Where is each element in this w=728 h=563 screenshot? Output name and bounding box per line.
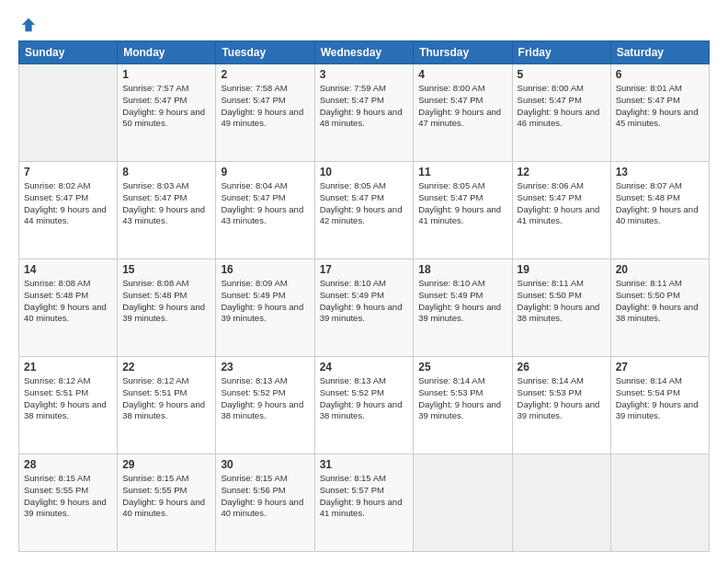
- day-info: Sunrise: 8:05 AMSunset: 5:47 PMDaylight:…: [418, 180, 506, 227]
- day-info: Sunrise: 8:02 AMSunset: 5:47 PMDaylight:…: [24, 180, 112, 227]
- day-number: 12: [518, 166, 606, 178]
- day-cell: [610, 454, 709, 552]
- day-info: Sunrise: 8:08 AMSunset: 5:48 PMDaylight:…: [24, 278, 112, 325]
- day-info: Sunrise: 8:04 AMSunset: 5:47 PMDaylight:…: [221, 180, 309, 227]
- day-info: Sunrise: 7:58 AMSunset: 5:47 PMDaylight:…: [221, 83, 309, 130]
- day-info: Sunrise: 8:09 AMSunset: 5:49 PMDaylight:…: [221, 278, 309, 325]
- day-info: Sunrise: 8:13 AMSunset: 5:52 PMDaylight:…: [320, 375, 409, 422]
- day-cell: 18Sunrise: 8:10 AMSunset: 5:49 PMDayligh…: [414, 259, 512, 357]
- day-number: 31: [320, 458, 409, 471]
- weekday-sunday: Sunday: [19, 41, 118, 64]
- day-cell: 19Sunrise: 8:11 AMSunset: 5:50 PMDayligh…: [512, 259, 610, 357]
- day-number: 26: [518, 361, 606, 373]
- day-cell: 29Sunrise: 8:15 AMSunset: 5:55 PMDayligh…: [118, 454, 216, 552]
- day-number: 1: [122, 68, 210, 81]
- day-cell: 23Sunrise: 8:13 AMSunset: 5:52 PMDayligh…: [216, 357, 314, 454]
- day-cell: 24Sunrise: 8:13 AMSunset: 5:52 PMDayligh…: [314, 357, 414, 454]
- week-row-3: 14Sunrise: 8:08 AMSunset: 5:48 PMDayligh…: [19, 259, 710, 357]
- day-cell: 4Sunrise: 8:00 AMSunset: 5:47 PMDaylight…: [414, 64, 512, 162]
- weekday-thursday: Thursday: [414, 41, 512, 64]
- day-info: Sunrise: 8:10 AMSunset: 5:49 PMDaylight:…: [418, 278, 506, 325]
- day-info: Sunrise: 7:59 AMSunset: 5:47 PMDaylight:…: [320, 83, 409, 130]
- day-cell: 14Sunrise: 8:08 AMSunset: 5:48 PMDayligh…: [19, 259, 118, 357]
- day-info: Sunrise: 8:01 AMSunset: 5:47 PMDaylight:…: [616, 83, 704, 130]
- day-cell: 6Sunrise: 8:01 AMSunset: 5:47 PMDaylight…: [610, 64, 709, 162]
- day-info: Sunrise: 8:13 AMSunset: 5:52 PMDaylight:…: [221, 375, 309, 422]
- day-cell: 28Sunrise: 8:15 AMSunset: 5:55 PMDayligh…: [19, 454, 118, 552]
- day-cell: 3Sunrise: 7:59 AMSunset: 5:47 PMDaylight…: [314, 64, 414, 162]
- weekday-saturday: Saturday: [610, 41, 709, 64]
- day-info: Sunrise: 8:03 AMSunset: 5:47 PMDaylight:…: [122, 180, 210, 227]
- day-info: Sunrise: 8:14 AMSunset: 5:53 PMDaylight:…: [518, 375, 606, 422]
- day-cell: 17Sunrise: 8:10 AMSunset: 5:49 PMDayligh…: [314, 259, 414, 357]
- day-info: Sunrise: 8:14 AMSunset: 5:53 PMDaylight:…: [418, 375, 506, 422]
- day-number: 3: [320, 68, 409, 81]
- day-cell: 16Sunrise: 8:09 AMSunset: 5:49 PMDayligh…: [216, 259, 314, 357]
- day-cell: [414, 454, 512, 552]
- day-cell: 10Sunrise: 8:05 AMSunset: 5:47 PMDayligh…: [314, 162, 414, 259]
- day-cell: 9Sunrise: 8:04 AMSunset: 5:47 PMDaylight…: [216, 162, 314, 259]
- day-number: 29: [122, 458, 210, 471]
- day-number: 24: [320, 361, 409, 373]
- weekday-monday: Monday: [118, 41, 216, 64]
- day-cell: 21Sunrise: 8:12 AMSunset: 5:51 PMDayligh…: [19, 357, 118, 454]
- week-row-5: 28Sunrise: 8:15 AMSunset: 5:55 PMDayligh…: [19, 454, 710, 552]
- day-info: Sunrise: 7:57 AMSunset: 5:47 PMDaylight:…: [122, 83, 210, 130]
- week-row-2: 7Sunrise: 8:02 AMSunset: 5:47 PMDaylight…: [19, 162, 710, 259]
- day-info: Sunrise: 8:06 AMSunset: 5:47 PMDaylight:…: [518, 180, 606, 227]
- logo-icon: [20, 17, 37, 33]
- day-number: 9: [221, 166, 309, 178]
- day-info: Sunrise: 8:00 AMSunset: 5:47 PMDaylight:…: [518, 83, 606, 130]
- svg-marker-0: [22, 18, 35, 31]
- day-number: 28: [24, 458, 112, 471]
- day-info: Sunrise: 8:15 AMSunset: 5:56 PMDaylight:…: [221, 473, 309, 520]
- day-number: 21: [24, 361, 112, 373]
- day-info: Sunrise: 8:15 AMSunset: 5:55 PMDaylight:…: [122, 473, 210, 520]
- calendar-table: SundayMondayTuesdayWednesdayThursdayFrid…: [18, 40, 710, 552]
- day-number: 13: [616, 166, 704, 178]
- week-row-1: 1Sunrise: 7:57 AMSunset: 5:47 PMDaylight…: [19, 64, 710, 162]
- day-number: 19: [518, 263, 606, 276]
- day-number: 27: [616, 361, 704, 373]
- day-info: Sunrise: 8:14 AMSunset: 5:54 PMDaylight:…: [616, 375, 704, 422]
- day-number: 14: [24, 263, 112, 276]
- day-number: 10: [320, 166, 409, 178]
- day-number: 5: [518, 68, 606, 81]
- day-number: 8: [122, 166, 210, 178]
- day-number: 23: [221, 361, 309, 373]
- calendar-page: SundayMondayTuesdayWednesdayThursdayFrid…: [0, 0, 728, 563]
- day-cell: 13Sunrise: 8:07 AMSunset: 5:48 PMDayligh…: [610, 162, 709, 259]
- day-cell: [512, 454, 610, 552]
- day-info: Sunrise: 8:15 AMSunset: 5:57 PMDaylight:…: [320, 473, 409, 520]
- day-number: 30: [221, 458, 309, 471]
- day-number: 15: [122, 263, 210, 276]
- day-cell: 27Sunrise: 8:14 AMSunset: 5:54 PMDayligh…: [610, 357, 709, 454]
- day-cell: 26Sunrise: 8:14 AMSunset: 5:53 PMDayligh…: [512, 357, 610, 454]
- weekday-header-row: SundayMondayTuesdayWednesdayThursdayFrid…: [19, 41, 710, 64]
- day-cell: 22Sunrise: 8:12 AMSunset: 5:51 PMDayligh…: [118, 357, 216, 454]
- day-cell: 11Sunrise: 8:05 AMSunset: 5:47 PMDayligh…: [414, 162, 512, 259]
- day-info: Sunrise: 8:10 AMSunset: 5:49 PMDaylight:…: [320, 278, 409, 325]
- day-cell: 7Sunrise: 8:02 AMSunset: 5:47 PMDaylight…: [19, 162, 118, 259]
- day-cell: 25Sunrise: 8:14 AMSunset: 5:53 PMDayligh…: [414, 357, 512, 454]
- day-info: Sunrise: 8:00 AMSunset: 5:47 PMDaylight:…: [418, 83, 506, 130]
- weekday-friday: Friday: [512, 41, 610, 64]
- day-info: Sunrise: 8:15 AMSunset: 5:55 PMDaylight:…: [24, 473, 112, 520]
- day-cell: 5Sunrise: 8:00 AMSunset: 5:47 PMDaylight…: [512, 64, 610, 162]
- header: [18, 17, 710, 33]
- day-cell: 12Sunrise: 8:06 AMSunset: 5:47 PMDayligh…: [512, 162, 610, 259]
- day-number: 17: [320, 263, 409, 276]
- day-cell: 20Sunrise: 8:11 AMSunset: 5:50 PMDayligh…: [610, 259, 709, 357]
- day-info: Sunrise: 8:12 AMSunset: 5:51 PMDaylight:…: [122, 375, 210, 422]
- week-row-4: 21Sunrise: 8:12 AMSunset: 5:51 PMDayligh…: [19, 357, 710, 454]
- day-cell: 8Sunrise: 8:03 AMSunset: 5:47 PMDaylight…: [118, 162, 216, 259]
- day-info: Sunrise: 8:08 AMSunset: 5:48 PMDaylight:…: [122, 278, 210, 325]
- weekday-wednesday: Wednesday: [314, 41, 414, 64]
- day-info: Sunrise: 8:07 AMSunset: 5:48 PMDaylight:…: [616, 180, 704, 227]
- day-cell: 31Sunrise: 8:15 AMSunset: 5:57 PMDayligh…: [314, 454, 414, 552]
- day-info: Sunrise: 8:05 AMSunset: 5:47 PMDaylight:…: [320, 180, 409, 227]
- day-number: 16: [221, 263, 309, 276]
- day-cell: 15Sunrise: 8:08 AMSunset: 5:48 PMDayligh…: [118, 259, 216, 357]
- day-number: 7: [24, 166, 112, 178]
- day-info: Sunrise: 8:11 AMSunset: 5:50 PMDaylight:…: [518, 278, 606, 325]
